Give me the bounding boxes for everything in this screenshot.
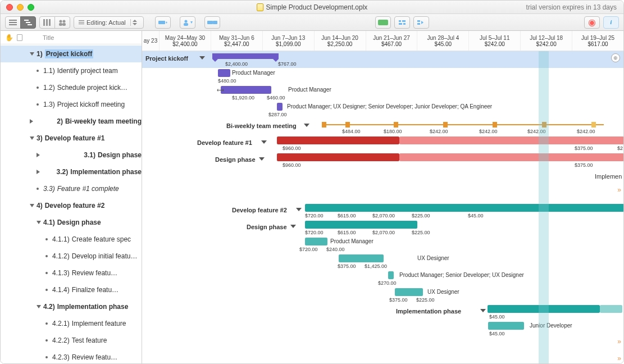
page-icon[interactable]	[17, 34, 22, 41]
outline-row[interactable]: 4.1.2)Develop initial featu…	[1, 248, 142, 265]
outline-row[interactable]: 1)Project kickoff	[1, 46, 142, 62]
milestone-mark[interactable]	[443, 122, 448, 128]
outline-row[interactable]: 1.3)Project kickoff meeting	[1, 96, 142, 113]
gantt-row[interactable]: Product Manager$480.00	[142, 68, 623, 85]
disclosure-down-icon[interactable]	[199, 56, 205, 60]
disclosure-down-icon[interactable]	[259, 157, 265, 161]
outline-row[interactable]: 4.2.2)Test feature	[1, 332, 142, 349]
catch-up-button[interactable]	[204, 16, 220, 29]
gantt-row[interactable]: Junior Developer$45.00	[142, 321, 623, 338]
gantt-bar[interactable]	[277, 136, 399, 144]
outline-list[interactable]: 1)Project kickoff1.1)Identify project te…	[1, 44, 142, 364]
milestone-mark[interactable]	[542, 122, 546, 128]
info-button[interactable]: i	[603, 16, 619, 29]
gantt-bar[interactable]	[212, 53, 279, 59]
gantt-row[interactable]: Project kickoff$2,400.00$767.00	[142, 51, 623, 68]
gantt-row[interactable]: Develop feature #2$720.00$615.00$2,070.0…	[142, 203, 623, 220]
outline-row[interactable]: 3.1)Design phase	[1, 147, 142, 163]
disclosure-down-icon[interactable]	[37, 221, 41, 224]
editing-mode-select[interactable]: Editing: Actual	[74, 16, 144, 29]
gantt-bar[interactable]	[305, 238, 327, 245]
zoom-icon[interactable]: ⊕	[611, 53, 620, 62]
disclosure-right-icon[interactable]	[37, 170, 54, 174]
resource-columns-button[interactable]	[39, 16, 55, 29]
gantt-row[interactable]: »	[142, 338, 623, 354]
more-arrow-icon[interactable]: »	[617, 186, 621, 194]
disclosure-down-icon[interactable]	[30, 204, 34, 207]
minimize-icon[interactable]	[17, 4, 24, 11]
milestone-mark[interactable]	[394, 122, 398, 128]
outline-row[interactable]: 3)Develop feature #1	[1, 130, 142, 147]
resource-people-button[interactable]	[54, 16, 70, 29]
outline-row[interactable]: 1.2)Schedule project kick…	[1, 79, 142, 96]
gantt-bar[interactable]	[277, 153, 399, 161]
disclosure-down-icon[interactable]	[30, 52, 34, 56]
disclosure-down-icon[interactable]	[480, 309, 486, 312]
disclosure-down-icon[interactable]	[290, 225, 296, 228]
more-arrow-icon[interactable]: »	[617, 354, 621, 362]
gantt-row[interactable]: Design phase$720.00$615.00$2,070.00$225.…	[142, 220, 623, 236]
gantt-bar[interactable]	[305, 204, 623, 212]
more-arrow-icon[interactable]: »	[617, 338, 621, 345]
gantt-row[interactable]: Develop feature #1$960.00$375.00$2	[142, 135, 623, 152]
gantt-bar[interactable]	[488, 322, 524, 330]
view-gantt-button[interactable]	[20, 16, 36, 29]
outline-row[interactable]: 4.2.1)Implement feature	[1, 315, 142, 332]
view-list-button[interactable]	[5, 16, 21, 29]
hand-icon[interactable]: ✋	[5, 34, 13, 42]
gantt-row[interactable]: ⟷Product Manager$1,920.00$460.00	[142, 85, 623, 102]
gantt-bar[interactable]	[277, 103, 283, 111]
gantt-row[interactable]: »	[142, 354, 623, 364]
gantt-bar[interactable]	[395, 288, 423, 296]
gantt-row[interactable]: Product Manager$720.00$240.00	[142, 236, 623, 253]
gantt-bar[interactable]	[488, 305, 600, 313]
gantt-chart[interactable]: Project kickoff$2,400.00$767.00Product M…	[142, 51, 623, 364]
zoom-icon[interactable]	[28, 4, 34, 11]
outline-row[interactable]: 4.1.3)Review featu…	[1, 265, 142, 281]
outline-row[interactable]: 2)Bi-weekly team meeting	[1, 113, 142, 130]
outline-row[interactable]: 4.1.1)Create feature spec	[1, 231, 142, 248]
resize-handle-icon[interactable]: ⟷	[217, 87, 224, 93]
gantt-row[interactable]: UX Designer$375.00$225.00	[142, 287, 623, 304]
gantt-bar[interactable]	[305, 221, 417, 229]
record-button[interactable]: ◉	[584, 16, 600, 29]
outline-row[interactable]: 4)Develop feature #2	[1, 197, 142, 214]
disclosure-down-icon[interactable]	[296, 208, 302, 211]
disclosure-right-icon[interactable]	[37, 153, 81, 157]
gantt-bar[interactable]	[388, 271, 394, 279]
outline-row[interactable]: 4.2.3)Review featu…	[1, 349, 142, 364]
outline-row[interactable]: 4.2)Implementation phase	[1, 298, 142, 315]
outline-row[interactable]: 3.2)Implementation phase	[1, 163, 142, 180]
gantt-row[interactable]: Product Manager; UX Designer; Senior Dev…	[142, 102, 623, 119]
disclosure-right-icon[interactable]	[30, 119, 54, 124]
gantt-row[interactable]: Bi-weekly team meeting$484.00$180.00$242…	[142, 119, 623, 135]
gantt-bar[interactable]	[221, 86, 271, 94]
outline-row[interactable]: 1.1)Identify project team	[1, 62, 142, 79]
gantt-bar[interactable]	[399, 136, 623, 144]
outline-row[interactable]: 4.1)Design phase	[1, 214, 142, 231]
gantt-bar[interactable]	[339, 254, 384, 262]
baseline-button[interactable]	[394, 16, 410, 29]
gantt-bar[interactable]	[600, 305, 622, 313]
add-task-button[interactable]	[155, 16, 171, 29]
gantt-row[interactable]: UX Designer$375.00$1,425.00	[142, 253, 623, 270]
disclosure-down-icon[interactable]	[37, 305, 41, 308]
gantt-row[interactable]: Design phase$960.00$375.00	[142, 152, 623, 169]
close-icon[interactable]	[6, 4, 13, 11]
disclosure-down-icon[interactable]	[261, 140, 267, 144]
gantt-row[interactable]: »	[142, 186, 623, 203]
milestone-mark[interactable]	[493, 122, 497, 128]
assign-button[interactable]: ▾	[180, 16, 195, 29]
gantt-row[interactable]: Implemen	[142, 169, 623, 186]
gantt-row[interactable]: Product Manager; Senior Developer; UX De…	[142, 270, 623, 287]
outline-row[interactable]: 4.1.4)Finalize featu…	[1, 281, 142, 298]
inbox-button[interactable]	[375, 16, 391, 29]
simulate-button[interactable]	[413, 16, 429, 29]
gantt-row[interactable]: Implementation phase$45.00	[142, 304, 623, 321]
disclosure-down-icon[interactable]	[304, 124, 309, 127]
milestone-mark[interactable]	[322, 122, 326, 128]
gantt-bar[interactable]	[218, 69, 230, 77]
outline-row[interactable]: 3.3)Feature #1 complete	[1, 180, 142, 197]
disclosure-down-icon[interactable]	[30, 136, 34, 140]
gantt-bar[interactable]	[399, 153, 623, 161]
